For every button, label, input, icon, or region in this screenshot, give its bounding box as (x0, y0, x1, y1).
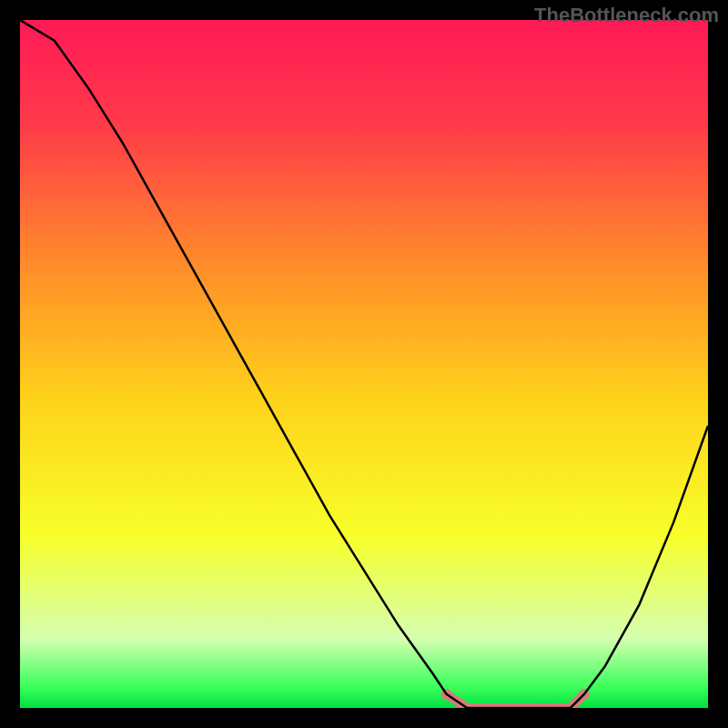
plot-border-bottom (0, 708, 728, 728)
plot-border-right (708, 0, 728, 728)
plot-border-left (0, 0, 20, 728)
svg-rect-0 (20, 20, 708, 708)
chart-background (20, 20, 708, 708)
watermark-text: TheBottleneck.com (534, 4, 719, 27)
